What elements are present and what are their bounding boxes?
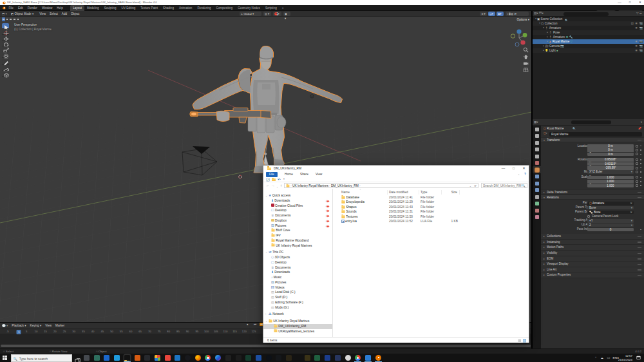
app-mail-icon[interactable]: [104, 355, 109, 361]
workspace-tab-geometry-nodes[interactable]: Geometry Nodes: [235, 5, 263, 11]
decorator-keyframe-icon[interactable]: [636, 171, 638, 173]
jump-to-start-button[interactable]: ⏮: [254, 323, 256, 326]
task-view-icon[interactable]: [75, 355, 80, 361]
properties-options-icon[interactable]: ▾: [641, 120, 642, 124]
app-orange-icon[interactable]: [135, 355, 140, 361]
menu-edit[interactable]: Edit: [15, 5, 25, 11]
app-green-icon[interactable]: [245, 355, 251, 361]
disable-render-icon[interactable]: 📷: [639, 22, 643, 25]
properties-tab-scene[interactable]: [533, 153, 541, 160]
outliner-row-camera[interactable]: ▸🎥 Camera 📷👁📷: [533, 44, 644, 48]
tray-clock[interactable]: 12:5721/01/2024: [618, 354, 632, 361]
tray-chevron-icon[interactable]: ⌃: [594, 356, 597, 359]
move-view-icon[interactable]: [523, 54, 529, 60]
gizmo-z-axis[interactable]: [516, 29, 521, 33]
tool-annotate[interactable]: [2, 59, 9, 65]
property-field-rotation-x[interactable]: 0.95038°: [587, 158, 634, 162]
nav-item-mods-g-[interactable]: 🖴 Mods (G:): [263, 305, 332, 310]
properties-search-input[interactable]: 🔍: [571, 120, 611, 124]
qat-properties-icon[interactable]: [266, 178, 270, 182]
property-field-z[interactable]: 1.000: [587, 184, 634, 188]
panel-instancing[interactable]: ▸Instancing: [541, 240, 644, 245]
nav-item-pictures[interactable]: 🖼 Pictures: [263, 280, 332, 285]
outliner-display-mode-icon[interactable]: ▤▾ 🗔▾: [534, 12, 544, 15]
viewport-menu-add[interactable]: Add: [60, 11, 69, 17]
qat-new-folder-icon[interactable]: [272, 178, 276, 182]
select-mode-button-3[interactable]: [13, 17, 16, 21]
nav-item-royal-marine-woodland[interactable]: Royal Marine Woodland: [263, 238, 332, 243]
decorator-dot-icon[interactable]: [640, 177, 641, 178]
gizmo-x-axis[interactable]: [520, 40, 525, 44]
menu-render[interactable]: Render: [25, 5, 39, 11]
nav-item-local-disk-c-[interactable]: 🖴 Local Disk (C:): [263, 290, 332, 295]
blender-close-button[interactable]: ✕: [635, 0, 644, 5]
decorator-keyframe-icon[interactable]: [636, 180, 638, 183]
gizmo-neg-y-axis[interactable]: [511, 34, 515, 38]
nav-item-editing-software-f-[interactable]: 🖴 Editing Software (F:): [263, 300, 332, 305]
app-edge-icon[interactable]: [215, 355, 221, 361]
decorator-dot-icon[interactable]: [640, 146, 641, 147]
nav-section-uk-infantry-royal-marines[interactable]: ⌄ UK Infantry Royal Marines: [263, 319, 332, 324]
decorator-keyframe-icon[interactable]: [636, 145, 638, 148]
properties-display-icon[interactable]: ▦▾: [534, 120, 538, 124]
outliner-filter-icon[interactable]: ▽ ☰: [636, 12, 642, 15]
proportional-editing-toggle[interactable]: ◉ ▾: [283, 12, 290, 16]
workspace-tab-+[interactable]: +: [279, 5, 287, 11]
select-mode-button-4[interactable]: [16, 17, 19, 21]
xray-toggle[interactable]: ⧉▾: [497, 12, 504, 16]
relations-field-tracking-axis[interactable]: +Y▾: [587, 219, 634, 223]
nav-section-network[interactable]: ›🖧 Network: [263, 312, 332, 317]
nav-item-3d-objects[interactable]: ⬡ 3D Objects: [263, 255, 332, 260]
back-button[interactable]: ←: [266, 183, 270, 189]
timeline-menu-playback[interactable]: Playback ▾: [10, 323, 28, 329]
disable-render-icon[interactable]: 📷: [639, 49, 643, 52]
app-mountain-icon[interactable]: [276, 355, 281, 361]
app-blender-icon[interactable]: [375, 355, 381, 361]
disable-render-icon[interactable]: 📷: [639, 26, 643, 30]
show-gizmo-toggle[interactable]: 🜨▾: [480, 12, 487, 16]
disable-render-icon[interactable]: 📷: [639, 44, 643, 48]
perspective-toggle-icon[interactable]: [523, 67, 529, 73]
nav-item-documents[interactable]: 🗎 Documents📌: [263, 213, 332, 218]
app-gog-icon[interactable]: [225, 355, 231, 361]
column-header-size[interactable]: Size: [442, 190, 460, 195]
outliner-row-pose[interactable]: ▸🕴 Pose: [533, 30, 644, 35]
outliner-row-armature[interactable]: ▾🕴 Armature👁📷: [533, 26, 644, 30]
decorator-keyframe-icon[interactable]: [636, 162, 638, 165]
ribbon-tab-file[interactable]: File: [266, 172, 278, 178]
tool-scale[interactable]: [2, 46, 9, 52]
app-ember-icon[interactable]: [236, 355, 242, 361]
decorator-dot-icon[interactable]: [640, 185, 641, 186]
panel-collections[interactable]: ▸Collections: [541, 234, 644, 240]
panel-custom-properties[interactable]: ▸Custom Properties: [541, 272, 644, 278]
nav-item-dm-ukinfantry-rm[interactable]: DM_UKInfantry_RM: [263, 324, 332, 329]
nav-item-uk-infantry-royal-marines[interactable]: UK Infantry Royal Marines: [263, 243, 332, 249]
app-chrome-profile-icon[interactable]: [355, 355, 361, 361]
app-yellowish-icon[interactable]: [286, 355, 292, 361]
gizmo-y-axis[interactable]: [523, 33, 527, 37]
nav-item-downloads[interactable]: ⬇ Downloads📌: [263, 198, 332, 204]
camera-parent-lock-checkbox[interactable]: [587, 215, 590, 218]
exclude-checkbox-icon[interactable]: ☑: [631, 22, 634, 25]
file-explorer-window[interactable]: DM_UKInfantry_RM — □ ✕ ⌄ ? FileHomeShare…: [263, 165, 529, 343]
nav-item-creative-cloud-files[interactable]: Creative Cloud Files📌: [263, 204, 332, 209]
timeline-editor-icon[interactable]: 🕓 ▾: [0, 323, 10, 329]
app-sphere-green-icon[interactable]: [314, 355, 320, 361]
autokey-toggle[interactable]: ●: [247, 323, 249, 326]
select-mode-button-0[interactable]: [2, 17, 5, 21]
property-field-y[interactable]: 1.000: [587, 180, 634, 184]
property-field-scale-x[interactable]: 1.000: [587, 176, 634, 180]
decorator-dot-icon[interactable]: [640, 149, 641, 151]
tool-measure[interactable]: [2, 65, 9, 71]
nav-section-this-pc[interactable]: ⌄🖳 This PC: [263, 250, 332, 255]
blender-minimize-button[interactable]: —: [614, 0, 625, 5]
ribbon-tab-share[interactable]: Share: [297, 172, 312, 178]
nav-section-quick-access[interactable]: ⌄★ Quick access: [263, 193, 332, 198]
nav-item-bluff-cove[interactable]: Bluff Cove: [263, 228, 332, 233]
properties-tab-object[interactable]: [533, 166, 541, 173]
tray-network-icon[interactable]: 🖵: [607, 356, 610, 359]
column-header-type[interactable]: Type: [419, 190, 442, 195]
explorer-maximize-button[interactable]: □: [509, 166, 518, 172]
properties-tab-physics[interactable]: [533, 187, 541, 194]
outliner-row-collection[interactable]: ▾🗀 Collection☑👁📷: [533, 21, 644, 26]
